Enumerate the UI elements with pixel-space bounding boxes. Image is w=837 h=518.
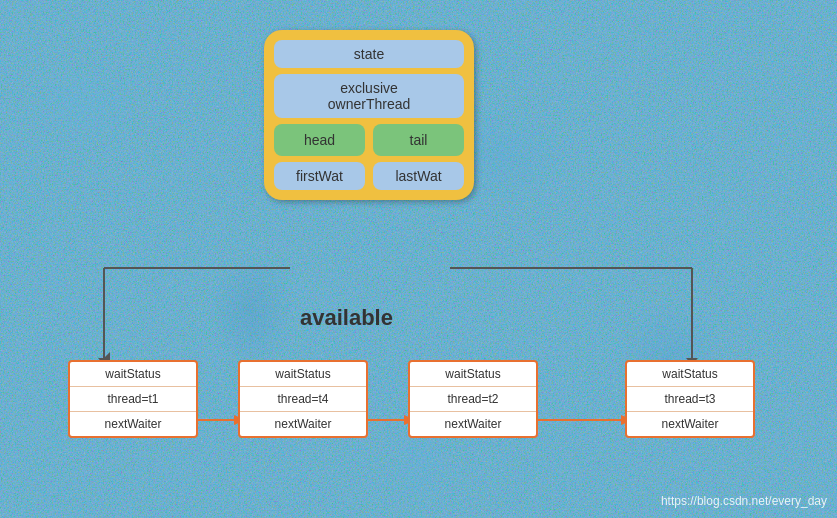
waiter-node-w4: waitStatusthread=t3nextWaiter <box>625 360 755 438</box>
available-label: available <box>300 305 393 331</box>
waiter-nextwaiter-w1: nextWaiter <box>70 412 196 436</box>
aqs-head-tail-row: head tail <box>274 124 464 156</box>
watermark: https://blog.csdn.net/every_day <box>661 494 827 508</box>
waiter-thread-w3: thread=t2 <box>410 387 536 412</box>
aqs-exclusive-field: exclusive ownerThread <box>274 74 464 118</box>
aqs-box: state exclusive ownerThread head tail fi… <box>264 30 474 200</box>
aqs-tail-field: tail <box>373 124 464 156</box>
waiter-nextwaiter-w4: nextWaiter <box>627 412 753 436</box>
waiter-nextwaiter-w3: nextWaiter <box>410 412 536 436</box>
waiter-waitstatus-w4: waitStatus <box>627 362 753 387</box>
aqs-firstwat-field: firstWat <box>274 162 365 190</box>
waiter-thread-w2: thread=t4 <box>240 387 366 412</box>
waiter-waitstatus-w1: waitStatus <box>70 362 196 387</box>
aqs-waiters-row: firstWat lastWat <box>274 162 464 190</box>
aqs-lastwat-field: lastWat <box>373 162 464 190</box>
waiter-nextwaiter-w2: nextWaiter <box>240 412 366 436</box>
waiter-waitstatus-w2: waitStatus <box>240 362 366 387</box>
waiter-node-w2: waitStatusthread=t4nextWaiter <box>238 360 368 438</box>
waiter-node-w3: waitStatusthread=t2nextWaiter <box>408 360 538 438</box>
waiter-thread-w1: thread=t1 <box>70 387 196 412</box>
aqs-head-field: head <box>274 124 365 156</box>
waiter-thread-w4: thread=t3 <box>627 387 753 412</box>
diagram: state exclusive ownerThread head tail fi… <box>0 0 837 518</box>
waiter-node-w1: waitStatusthread=t1nextWaiter <box>68 360 198 438</box>
aqs-state-field: state <box>274 40 464 68</box>
waiter-waitstatus-w3: waitStatus <box>410 362 536 387</box>
